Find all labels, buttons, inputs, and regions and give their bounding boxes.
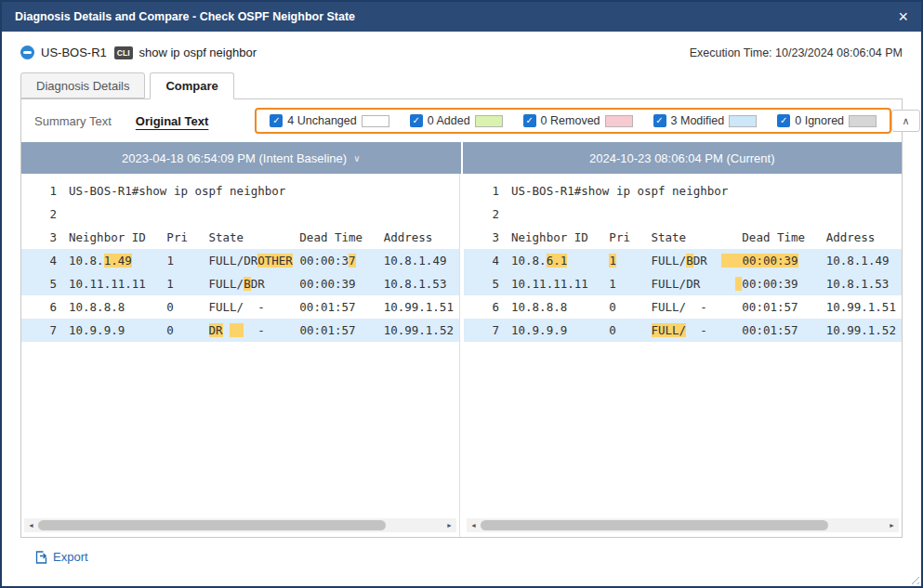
- diff-line: 410.8.6.1 1 FULL/BDR 00:00:39 10.8.1.49: [464, 249, 902, 272]
- baseline-pane: 1US-BOS-R1#show ip ospf neighbor23Neighb…: [21, 174, 460, 537]
- legend-label: 0 Added: [428, 114, 470, 127]
- legend-swatch: [849, 115, 877, 127]
- export-label: Export: [53, 550, 88, 564]
- diff-highlight: 7: [349, 254, 356, 268]
- diff-line: 710.9.9.9 0 DR - 00:01:57 10.99.1.52: [21, 319, 459, 342]
- compare-toolbar: Summary Text Original Text ✓ 4 Unchanged…: [21, 99, 902, 142]
- line-number: 6: [21, 295, 57, 319]
- legend-swatch: [605, 115, 633, 127]
- scroll-right-icon[interactable]: ►: [442, 518, 456, 532]
- diff-line: 3Neighbor ID Pri State Dead Time Address: [464, 226, 902, 249]
- diff-line: 510.11.11.11 1 FULL/DR 00:00:39 10.8.1.5…: [464, 272, 902, 295]
- scrollbar-thumb[interactable]: [38, 520, 386, 530]
- legend-item-removed: ✓ 0 Removed: [523, 114, 633, 127]
- current-lines: 1US-BOS-R1#show ip ospf neighbor23Neighb…: [464, 179, 902, 518]
- ignored-checkbox[interactable]: ✓: [777, 114, 790, 127]
- tab-diagnosis-details[interactable]: Diagnosis Details: [20, 72, 145, 98]
- unchanged-checkbox[interactable]: ✓: [270, 114, 283, 127]
- diff-highlight: DR: [209, 323, 223, 337]
- line-number: 6: [464, 295, 499, 319]
- compare-panel: Summary Text Original Text ✓ 4 Unchanged…: [20, 98, 903, 538]
- export-button[interactable]: Export: [35, 550, 88, 564]
- baseline-header[interactable]: 2023-04-18 06:54:09 PM (Intent Baseline)…: [21, 142, 463, 174]
- diff-highlight: B: [244, 277, 251, 291]
- removed-checkbox[interactable]: ✓: [523, 114, 536, 127]
- line-text: 10.11.11.11 1 FULL/BDR 00:00:39 10.8.1.5…: [69, 272, 446, 295]
- diff-headers: 2023-04-18 06:54:09 PM (Intent Baseline)…: [21, 142, 902, 174]
- legend-item-ignored: ✓ 0 Ignored: [777, 114, 877, 127]
- line-text: 10.11.11.11 1 FULL/DR 00:00:39 10.8.1.53: [511, 272, 889, 295]
- line-text: Neighbor ID Pri State Dead Time Address: [511, 226, 875, 249]
- added-checkbox[interactable]: ✓: [410, 114, 423, 127]
- diff-line: 2: [21, 203, 459, 226]
- diff-highlight: 00:00:39: [721, 254, 798, 268]
- device-name: US-BOS-R1: [41, 46, 107, 59]
- diff-line: 1US-BOS-R1#show ip ospf neighbor: [464, 179, 902, 203]
- line-number: 4: [464, 249, 499, 272]
- tab-bar: Diagnosis Details Compare: [20, 72, 903, 98]
- diff-line: 510.11.11.11 1 FULL/BDR 00:00:39 10.8.1.…: [21, 272, 459, 295]
- diff-legend: ✓ 4 Unchanged ✓ 0 Added ✓ 0 Removed: [255, 108, 891, 134]
- modified-checkbox[interactable]: ✓: [653, 114, 666, 127]
- line-number: 1: [464, 179, 499, 203]
- diff-line: 610.8.8.8 0 FULL/ - 00:01:57 10.99.1.51: [464, 295, 902, 319]
- subtab-summary-text[interactable]: Summary Text: [34, 114, 112, 128]
- line-text: Neighbor ID Pri State Dead Time Address: [69, 226, 432, 249]
- diff-line: 610.8.8.8 0 FULL/ - 00:01:57 10.99.1.51: [21, 295, 459, 319]
- diff-line: 410.8.1.49 1 FULL/DROTHER 00:00:37 10.8.…: [21, 249, 459, 272]
- line-text: US-BOS-R1#show ip ospf neighbor: [69, 179, 285, 203]
- line-text: 10.9.9.9 0 DR - 00:01:57 10.99.1.52: [69, 319, 454, 342]
- command-text: show ip ospf neighbor: [139, 46, 257, 59]
- diff-line: 1US-BOS-R1#show ip ospf neighbor: [21, 179, 459, 203]
- tab-compare[interactable]: Compare: [150, 72, 233, 99]
- baseline-hscrollbar: ◄ ►: [24, 518, 456, 532]
- diff-highlight: FULL/: [652, 323, 687, 337]
- legend-swatch: [729, 115, 757, 127]
- scrollbar-thumb[interactable]: [481, 520, 828, 530]
- device-row: US-BOS-R1 CLI show ip ospf neighbor Exec…: [20, 46, 903, 59]
- dialog-footer: Export: [20, 538, 903, 586]
- diff-highlight: B: [686, 254, 693, 268]
- scroll-right-icon[interactable]: ►: [885, 518, 899, 532]
- legend-item-added: ✓ 0 Added: [410, 114, 503, 127]
- line-number: 4: [21, 249, 57, 272]
- previous-diff-button[interactable]: ∧: [891, 110, 920, 132]
- export-icon: [35, 551, 47, 564]
- execution-time: Execution Time: 10/23/2024 08:06:04 PM: [690, 46, 903, 59]
- line-text: US-BOS-R1#show ip ospf neighbor: [511, 179, 728, 203]
- diff-highlight: [230, 323, 244, 337]
- line-text: 10.9.9.9 0 FULL/ - 00:01:57 10.99.1.52: [511, 319, 896, 342]
- line-number: 2: [21, 203, 57, 226]
- dialog-titlebar: Diagnosis Details and Compare - Check OS…: [2, 2, 921, 32]
- device-icon: [20, 46, 34, 59]
- current-header-label: 2024-10-23 08:06:04 PM (Current): [589, 151, 774, 165]
- line-number: 3: [464, 226, 499, 249]
- diff-highlight: 1: [609, 254, 616, 268]
- current-hscrollbar: ◄ ►: [467, 518, 899, 532]
- chevron-up-icon: ∧: [903, 115, 910, 127]
- line-number: 3: [21, 226, 57, 249]
- line-number: 7: [21, 319, 57, 342]
- scroll-left-icon[interactable]: ◄: [467, 518, 481, 532]
- current-header: 2024-10-23 08:06:04 PM (Current): [463, 142, 903, 174]
- scrollbar-track[interactable]: [38, 518, 442, 532]
- diff-highlight: 1.49: [104, 254, 132, 268]
- close-icon[interactable]: ×: [898, 8, 908, 25]
- chevron-down-icon[interactable]: ∨: [353, 153, 360, 163]
- legend-label: 0 Ignored: [795, 114, 844, 127]
- legend-item-unchanged: ✓ 4 Unchanged: [270, 114, 389, 127]
- scroll-left-icon[interactable]: ◄: [24, 518, 38, 532]
- diff-highlight: OTHER: [257, 254, 293, 268]
- line-number: 2: [464, 203, 499, 226]
- line-number: 7: [464, 319, 499, 342]
- baseline-header-label: 2023-04-18 06:54:09 PM (Intent Baseline): [122, 151, 347, 165]
- scrollbar-track[interactable]: [481, 518, 885, 532]
- subtab-original-text[interactable]: Original Text: [136, 114, 209, 128]
- legend-label: 3 Modified: [671, 114, 725, 127]
- diff-line: 3Neighbor ID Pri State Dead Time Address: [21, 226, 459, 249]
- dialog-title: Diagnosis Details and Compare - Check OS…: [15, 10, 355, 23]
- legend-label: 4 Unchanged: [287, 114, 356, 127]
- diff-line: 2: [464, 203, 902, 226]
- legend-swatch: [362, 115, 389, 127]
- execution-time-value: 10/23/2024 08:06:04 PM: [775, 46, 903, 59]
